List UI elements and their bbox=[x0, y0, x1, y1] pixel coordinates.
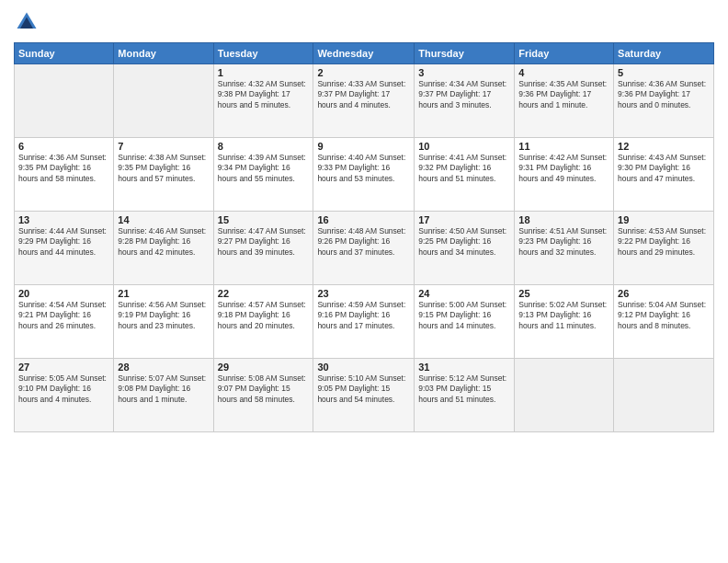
week-row: 1Sunrise: 4:32 AM Sunset: 9:38 PM Daylig… bbox=[15, 64, 714, 138]
calendar-cell: 8Sunrise: 4:39 AM Sunset: 9:34 PM Daylig… bbox=[213, 138, 313, 212]
day-info: Sunrise: 4:57 AM Sunset: 9:18 PM Dayligh… bbox=[218, 300, 310, 331]
calendar-cell: 21Sunrise: 4:56 AM Sunset: 9:19 PM Dayli… bbox=[114, 285, 213, 359]
calendar-cell: 26Sunrise: 5:04 AM Sunset: 9:12 PM Dayli… bbox=[614, 285, 714, 359]
day-number: 22 bbox=[218, 288, 310, 299]
calendar-cell: 17Sunrise: 4:50 AM Sunset: 9:25 PM Dayli… bbox=[415, 212, 515, 285]
day-info: Sunrise: 5:00 AM Sunset: 9:15 PM Dayligh… bbox=[418, 300, 510, 331]
day-info: Sunrise: 4:39 AM Sunset: 9:34 PM Dayligh… bbox=[218, 153, 310, 184]
day-info: Sunrise: 5:08 AM Sunset: 9:07 PM Dayligh… bbox=[218, 373, 310, 405]
calendar-cell: 4Sunrise: 4:35 AM Sunset: 9:36 PM Daylig… bbox=[515, 64, 614, 138]
calendar-cell: 3Sunrise: 4:34 AM Sunset: 9:37 PM Daylig… bbox=[415, 64, 515, 138]
weekday-row: SundayMondayTuesdayWednesdayThursdayFrid… bbox=[15, 43, 714, 64]
calendar-cell: 9Sunrise: 4:40 AM Sunset: 9:33 PM Daylig… bbox=[313, 138, 415, 212]
day-number: 10 bbox=[418, 141, 510, 152]
day-info: Sunrise: 4:38 AM Sunset: 9:35 PM Dayligh… bbox=[118, 153, 209, 184]
calendar-cell: 19Sunrise: 4:53 AM Sunset: 9:22 PM Dayli… bbox=[614, 212, 714, 285]
calendar-cell: 27Sunrise: 5:05 AM Sunset: 9:10 PM Dayli… bbox=[15, 359, 114, 432]
day-info: Sunrise: 4:41 AM Sunset: 9:32 PM Dayligh… bbox=[418, 153, 510, 184]
day-info: Sunrise: 4:47 AM Sunset: 9:27 PM Dayligh… bbox=[218, 226, 310, 258]
weekday-header: Thursday bbox=[415, 43, 515, 64]
calendar-cell: 6Sunrise: 4:36 AM Sunset: 9:35 PM Daylig… bbox=[15, 138, 114, 212]
day-number: 15 bbox=[218, 214, 310, 225]
calendar-cell bbox=[15, 64, 114, 138]
day-info: Sunrise: 4:32 AM Sunset: 9:38 PM Dayligh… bbox=[218, 79, 310, 110]
day-info: Sunrise: 4:59 AM Sunset: 9:16 PM Dayligh… bbox=[317, 300, 410, 331]
day-info: Sunrise: 5:04 AM Sunset: 9:12 PM Dayligh… bbox=[618, 300, 710, 331]
day-number: 2 bbox=[317, 67, 410, 78]
day-number: 4 bbox=[518, 67, 609, 78]
day-info: Sunrise: 4:36 AM Sunset: 9:36 PM Dayligh… bbox=[618, 79, 710, 110]
calendar-cell: 24Sunrise: 5:00 AM Sunset: 9:15 PM Dayli… bbox=[415, 285, 515, 359]
weekday-header: Tuesday bbox=[213, 43, 313, 64]
day-number: 18 bbox=[518, 214, 609, 225]
calendar-cell: 14Sunrise: 4:46 AM Sunset: 9:28 PM Dayli… bbox=[114, 212, 213, 285]
day-number: 3 bbox=[418, 67, 510, 78]
calendar-cell: 28Sunrise: 5:07 AM Sunset: 9:08 PM Dayli… bbox=[114, 359, 213, 432]
day-number: 26 bbox=[618, 288, 710, 299]
day-info: Sunrise: 4:33 AM Sunset: 9:37 PM Dayligh… bbox=[317, 79, 410, 110]
day-info: Sunrise: 4:42 AM Sunset: 9:31 PM Dayligh… bbox=[518, 153, 609, 184]
day-info: Sunrise: 4:40 AM Sunset: 9:33 PM Dayligh… bbox=[317, 153, 410, 184]
day-info: Sunrise: 4:48 AM Sunset: 9:26 PM Dayligh… bbox=[317, 226, 410, 258]
calendar-cell: 5Sunrise: 4:36 AM Sunset: 9:36 PM Daylig… bbox=[614, 64, 714, 138]
logo-icon bbox=[14, 9, 40, 35]
day-number: 21 bbox=[118, 288, 209, 299]
day-info: Sunrise: 5:05 AM Sunset: 9:10 PM Dayligh… bbox=[18, 373, 109, 405]
day-number: 30 bbox=[317, 362, 410, 373]
day-number: 7 bbox=[118, 141, 209, 152]
day-info: Sunrise: 4:36 AM Sunset: 9:35 PM Dayligh… bbox=[18, 153, 109, 184]
day-number: 6 bbox=[18, 141, 109, 152]
day-info: Sunrise: 5:10 AM Sunset: 9:05 PM Dayligh… bbox=[317, 373, 410, 405]
day-info: Sunrise: 4:35 AM Sunset: 9:36 PM Dayligh… bbox=[518, 79, 609, 110]
day-number: 17 bbox=[418, 214, 510, 225]
calendar-cell: 7Sunrise: 4:38 AM Sunset: 9:35 PM Daylig… bbox=[114, 138, 213, 212]
week-row: 13Sunrise: 4:44 AM Sunset: 9:29 PM Dayli… bbox=[15, 212, 714, 285]
day-info: Sunrise: 4:34 AM Sunset: 9:37 PM Dayligh… bbox=[418, 79, 510, 110]
day-number: 25 bbox=[518, 288, 609, 299]
day-number: 19 bbox=[618, 214, 710, 225]
week-row: 20Sunrise: 4:54 AM Sunset: 9:21 PM Dayli… bbox=[15, 285, 714, 359]
day-number: 27 bbox=[18, 362, 109, 373]
header bbox=[14, 9, 714, 35]
calendar-cell: 29Sunrise: 5:08 AM Sunset: 9:07 PM Dayli… bbox=[213, 359, 313, 432]
weekday-header: Monday bbox=[114, 43, 213, 64]
day-number: 31 bbox=[418, 362, 510, 373]
calendar-cell: 23Sunrise: 4:59 AM Sunset: 9:16 PM Dayli… bbox=[313, 285, 415, 359]
calendar-cell: 10Sunrise: 4:41 AM Sunset: 9:32 PM Dayli… bbox=[415, 138, 515, 212]
day-number: 29 bbox=[218, 362, 310, 373]
day-number: 23 bbox=[317, 288, 410, 299]
week-row: 6Sunrise: 4:36 AM Sunset: 9:35 PM Daylig… bbox=[15, 138, 714, 212]
day-info: Sunrise: 4:54 AM Sunset: 9:21 PM Dayligh… bbox=[18, 300, 109, 331]
calendar-cell: 22Sunrise: 4:57 AM Sunset: 9:18 PM Dayli… bbox=[213, 285, 313, 359]
day-number: 24 bbox=[418, 288, 510, 299]
day-number: 11 bbox=[518, 141, 609, 152]
day-info: Sunrise: 4:56 AM Sunset: 9:19 PM Dayligh… bbox=[118, 300, 209, 331]
day-number: 1 bbox=[218, 67, 310, 78]
day-number: 5 bbox=[618, 67, 710, 78]
day-info: Sunrise: 4:46 AM Sunset: 9:28 PM Dayligh… bbox=[118, 226, 209, 258]
weekday-header: Sunday bbox=[15, 43, 114, 64]
calendar-cell: 11Sunrise: 4:42 AM Sunset: 9:31 PM Dayli… bbox=[515, 138, 614, 212]
day-number: 9 bbox=[317, 141, 410, 152]
calendar-cell: 16Sunrise: 4:48 AM Sunset: 9:26 PM Dayli… bbox=[313, 212, 415, 285]
calendar-cell: 31Sunrise: 5:12 AM Sunset: 9:03 PM Dayli… bbox=[415, 359, 515, 432]
calendar-cell: 12Sunrise: 4:43 AM Sunset: 9:30 PM Dayli… bbox=[614, 138, 714, 212]
calendar: SundayMondayTuesdayWednesdayThursdayFrid… bbox=[14, 42, 714, 432]
day-info: Sunrise: 4:51 AM Sunset: 9:23 PM Dayligh… bbox=[518, 226, 609, 258]
day-number: 13 bbox=[18, 214, 109, 225]
weekday-header: Friday bbox=[515, 43, 614, 64]
week-row: 27Sunrise: 5:05 AM Sunset: 9:10 PM Dayli… bbox=[15, 359, 714, 432]
day-info: Sunrise: 4:50 AM Sunset: 9:25 PM Dayligh… bbox=[418, 226, 510, 258]
calendar-cell: 13Sunrise: 4:44 AM Sunset: 9:29 PM Dayli… bbox=[15, 212, 114, 285]
day-info: Sunrise: 4:53 AM Sunset: 9:22 PM Dayligh… bbox=[618, 226, 710, 258]
day-number: 8 bbox=[218, 141, 310, 152]
calendar-cell: 15Sunrise: 4:47 AM Sunset: 9:27 PM Dayli… bbox=[213, 212, 313, 285]
calendar-cell: 1Sunrise: 4:32 AM Sunset: 9:38 PM Daylig… bbox=[213, 64, 313, 138]
day-info: Sunrise: 4:44 AM Sunset: 9:29 PM Dayligh… bbox=[18, 226, 109, 258]
day-number: 16 bbox=[317, 214, 410, 225]
calendar-cell: 25Sunrise: 5:02 AM Sunset: 9:13 PM Dayli… bbox=[515, 285, 614, 359]
calendar-cell: 18Sunrise: 4:51 AM Sunset: 9:23 PM Dayli… bbox=[515, 212, 614, 285]
calendar-header: SundayMondayTuesdayWednesdayThursdayFrid… bbox=[15, 43, 714, 64]
calendar-cell: 2Sunrise: 4:33 AM Sunset: 9:37 PM Daylig… bbox=[313, 64, 415, 138]
day-number: 12 bbox=[618, 141, 710, 152]
